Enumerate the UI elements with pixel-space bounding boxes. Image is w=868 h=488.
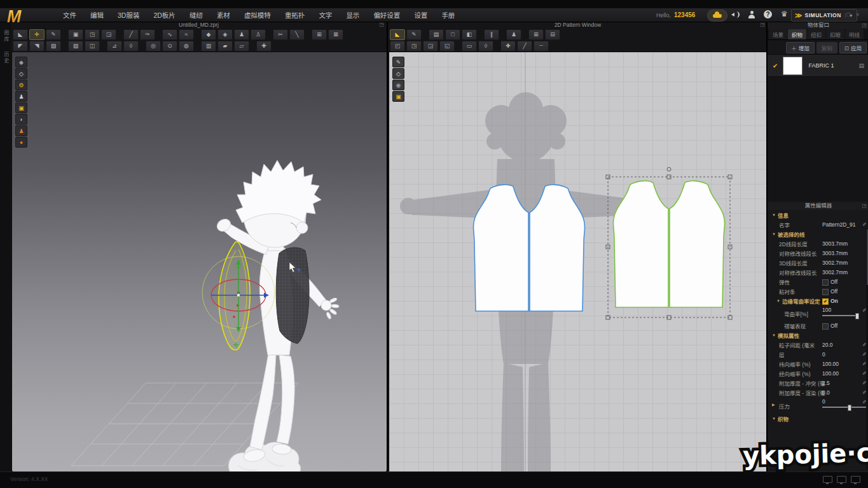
fabric-strain-tool[interactable]: ▥ [201, 41, 216, 52]
grid-toggle[interactable]: ⊞ [528, 29, 544, 40]
2d-pattern-canvas[interactable]: ✎◇◉▣ [389, 52, 768, 472]
fabric-list-item[interactable]: ✔ FABRIC 1 ▤ [768, 54, 868, 77]
snap-toggle[interactable]: ⊟ [545, 29, 560, 40]
check-icon[interactable]: ✔ [773, 62, 778, 69]
mirror-pattern-tool[interactable]: ◫ [85, 41, 100, 52]
object-tab[interactable]: 场景 [769, 29, 787, 39]
section-bend[interactable]: ▼边缘弯曲率设定 ✔ On [768, 296, 868, 305]
cloud-sync-button[interactable] [707, 10, 727, 22]
edit-pencil-icon[interactable]: ✎ [861, 222, 867, 227]
object-tab[interactable]: 织物 [788, 29, 806, 39]
clone-mirror-tool[interactable]: ◳ [406, 41, 422, 52]
grid-small-toggle[interactable]: ⊞ [312, 29, 327, 40]
show-skin-offset-toggle[interactable]: ♟ [15, 125, 27, 136]
checkbox-on[interactable]: ✔ [822, 298, 829, 305]
arrangement-point-tool[interactable]: ✚ [256, 41, 272, 52]
section-info[interactable]: ▼信息 [768, 210, 868, 220]
show-garment-white-toggle[interactable]: ◇ [15, 68, 27, 79]
close-button[interactable]: × [856, 11, 860, 18]
show-garment-toggle[interactable]: ◆ [15, 57, 27, 67]
show-head-toggle[interactable]: ● [15, 137, 27, 148]
brush-select-tool[interactable]: ▧ [46, 41, 61, 52]
show-avatar-toggle[interactable]: ♟ [15, 91, 27, 102]
segment-sewing-tool[interactable]: ╱ [517, 41, 532, 52]
buttonhole-tool[interactable]: ⊙ [162, 41, 177, 52]
pin-tool[interactable]: ╲ [289, 29, 305, 40]
section-simulation[interactable]: ▼模拟属性 [768, 330, 868, 340]
avatar-pose-tool[interactable]: ♙ [251, 29, 266, 40]
menu-item[interactable]: 文字 [312, 10, 339, 20]
restore-button[interactable]: □ [846, 11, 850, 18]
menu-item[interactable]: 虚拟模特 [237, 10, 278, 20]
fold-arrangement-tool[interactable]: ≈ [179, 29, 194, 40]
menu-item[interactable]: 显示 [339, 10, 366, 20]
username-text[interactable]: 123456 [674, 11, 695, 18]
fabric-menu-icon[interactable]: ▤ [858, 62, 864, 69]
edit-pattern-tool[interactable]: ✎ [46, 29, 61, 40]
show-internal-lines-toggle[interactable]: ⚙ [15, 80, 27, 90]
menu-item[interactable]: 3D服装 [111, 10, 146, 20]
edit-sewing-tool[interactable]: ∿ [162, 29, 177, 40]
rotate-handle[interactable] [667, 167, 671, 171]
name-value[interactable]: Pattern2D_91 [822, 221, 855, 228]
checkbox-off[interactable] [822, 279, 829, 286]
show-safety-box-toggle[interactable]: ▣ [392, 91, 404, 102]
select-mesh-tool[interactable]: ◤ [13, 41, 28, 52]
show-cloth-toggle[interactable]: ◗ [15, 114, 27, 125]
unselected-pattern-3d[interactable] [276, 247, 309, 344]
section-selected-line[interactable]: ▼被选择的线 [768, 229, 868, 239]
copy-fabric-button[interactable]: 复制 [816, 42, 837, 53]
show-avatar-toggle[interactable]: ♟ [234, 29, 249, 40]
show-garment-toggle[interactable]: ◇ [392, 68, 404, 79]
transform-pattern-tool[interactable]: ◣ [390, 29, 405, 40]
trace-tool[interactable]: ◰ [390, 41, 405, 52]
notch-tool[interactable]: ✚ [500, 41, 516, 52]
menu-item[interactable]: 文件 [56, 10, 83, 20]
grid-large-toggle[interactable]: ⊠ [328, 29, 343, 40]
minimize-button[interactable]: – [837, 11, 841, 18]
lasso-select-tool[interactable]: ◥ [29, 41, 45, 52]
flatten-tool[interactable]: ▰ [217, 41, 233, 52]
bend-rate-slider[interactable] [822, 315, 859, 316]
object-tab[interactable]: 明线 [845, 29, 864, 39]
show-stitches-toggle[interactable]: ┄ [534, 41, 549, 52]
show-safety-box-toggle[interactable]: ▣ [15, 102, 27, 113]
seam-taping-tool[interactable]: ▭ [462, 41, 477, 52]
checkbox-off[interactable] [822, 323, 829, 330]
show-avatar-silhouette-toggle[interactable]: ♟ [506, 29, 521, 40]
fabric-swatch[interactable] [783, 57, 803, 75]
scissors-tool[interactable]: ✂ [273, 29, 288, 40]
account-icon[interactable] [748, 11, 755, 18]
edit-pattern-tool[interactable]: ✎ [406, 29, 422, 40]
segment-sewing-tool[interactable]: ╱ [123, 29, 139, 40]
dock-tab[interactable]: 图库 [3, 30, 10, 43]
clone-tool[interactable]: ◲ [423, 41, 438, 52]
circle-pattern-tool[interactable]: ◲ [101, 29, 116, 40]
layout-monitor-icon[interactable] [851, 476, 860, 483]
button-tool[interactable]: ◎ [146, 41, 161, 52]
menu-item[interactable]: 设置 [407, 10, 434, 20]
layout-monitor-icon[interactable] [837, 476, 846, 483]
apply-fabric-button[interactable]: ⊡应用 [839, 42, 867, 53]
pleats-tool[interactable]: ∥ [484, 29, 499, 40]
dock-tab[interactable]: 历史 [3, 52, 10, 64]
help-icon[interactable]: ? [764, 10, 772, 18]
menu-item[interactable]: 2D板片 [146, 10, 182, 20]
object-tab[interactable]: 扣眼 [826, 29, 844, 39]
layout-monitor-icon[interactable] [823, 476, 832, 483]
attach-pattern-tool[interactable]: ▨ [68, 41, 83, 52]
select-move-tool[interactable]: ◣ [13, 29, 28, 40]
flatten-area-tool[interactable]: ▱ [234, 41, 249, 52]
menu-item[interactable]: 偏好设置 [366, 10, 407, 20]
menu-item[interactable]: 编辑 [83, 10, 111, 20]
pressure-slider[interactable] [822, 407, 868, 408]
menu-item[interactable]: 缝纫 [183, 10, 210, 20]
fabric-list-empty-area[interactable] [768, 77, 868, 202]
object-tab[interactable]: 纽扣 [807, 29, 825, 39]
pattern-piece-back-selected[interactable] [606, 167, 732, 319]
section-fabric[interactable]: ▼织物 [768, 414, 868, 423]
menu-item[interactable]: 重拓扑 [278, 10, 312, 20]
menu-item[interactable]: 手册 [434, 10, 462, 20]
checkbox-off[interactable] [822, 289, 829, 295]
show-pants-toggle[interactable]: ◈ [217, 29, 233, 40]
